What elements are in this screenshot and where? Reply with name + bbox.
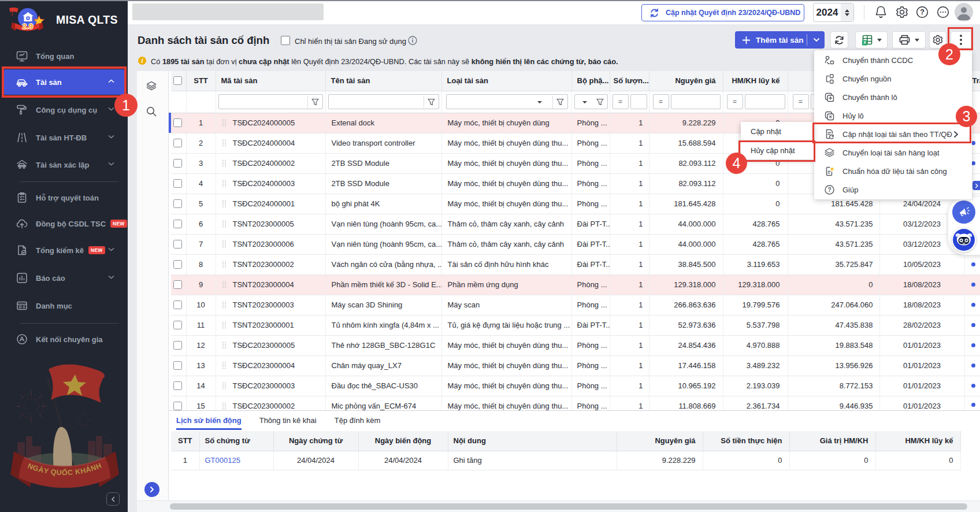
svg-text:?: ? [827,187,831,193]
svg-text:?: ? [920,8,925,16]
svg-text:X: X [863,40,866,45]
